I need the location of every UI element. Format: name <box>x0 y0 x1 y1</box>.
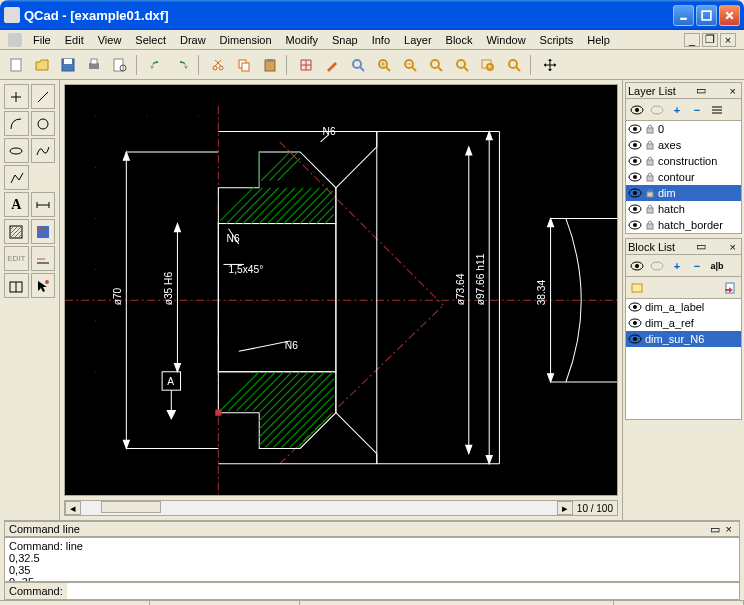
svg-point-40 <box>509 60 517 68</box>
layer-hidden-all-icon[interactable] <box>648 101 666 119</box>
layer-list[interactable]: 0axesconstructioncontourdimhatchhatch_bo… <box>626 121 741 233</box>
close-button[interactable] <box>719 5 740 26</box>
new-button[interactable] <box>4 53 28 77</box>
tool-dimension[interactable] <box>31 192 56 217</box>
minimize-button[interactable] <box>673 5 694 26</box>
print-button[interactable] <box>82 53 106 77</box>
tool-ellipse[interactable] <box>4 138 29 163</box>
block-item[interactable]: dim_a_ref <box>626 315 741 331</box>
layer-item[interactable]: hatch <box>626 201 741 217</box>
zoom-auto-button[interactable] <box>424 53 448 77</box>
block-rename-button[interactable]: a|b <box>708 257 726 275</box>
layer-item[interactable]: 0 <box>626 121 741 137</box>
layer-add-button[interactable]: + <box>668 101 686 119</box>
menu-block[interactable]: Block <box>439 32 480 48</box>
block-panel-close-button[interactable]: × <box>727 241 739 253</box>
menu-view[interactable]: View <box>91 32 129 48</box>
tool-point[interactable] <box>4 84 29 109</box>
tool-circle[interactable] <box>31 111 56 136</box>
tool-select[interactable] <box>31 273 56 298</box>
zoom-out-button[interactable] <box>398 53 422 77</box>
menu-scripts[interactable]: Scripts <box>533 32 581 48</box>
svg-line-26 <box>360 67 364 71</box>
menu-edit[interactable]: Edit <box>58 32 91 48</box>
drawing-canvas[interactable]: ø70 ø35 H6 1,5x45° ø73.64 ø97.66 h11 38.… <box>64 84 618 496</box>
zoom-previous-button[interactable] <box>450 53 474 77</box>
menu-modify[interactable]: Modify <box>279 32 325 48</box>
svg-line-32 <box>412 67 416 71</box>
scroll-thumb[interactable] <box>101 501 161 513</box>
tool-polyline[interactable] <box>4 165 29 190</box>
svg-line-131 <box>259 372 333 446</box>
command-panel-dock-icon[interactable]: ▭ <box>707 523 723 536</box>
block-hidden-all-icon[interactable] <box>648 257 666 275</box>
zoom-window-button[interactable] <box>476 53 500 77</box>
zoom-pan-button[interactable] <box>502 53 526 77</box>
menu-window[interactable]: Window <box>479 32 532 48</box>
layer-item[interactable]: hatch_border <box>626 217 741 233</box>
block-add-button[interactable]: + <box>668 257 686 275</box>
tool-spline[interactable] <box>31 138 56 163</box>
scroll-right-button[interactable]: ▸ <box>557 501 573 515</box>
tool-image[interactable] <box>31 219 56 244</box>
block-insert-button[interactable] <box>721 279 739 297</box>
block-item-label: dim_sur_N6 <box>645 333 704 345</box>
layer-visible-all-icon[interactable] <box>628 101 646 119</box>
menu-snap[interactable]: Snap <box>325 32 365 48</box>
block-list[interactable]: dim_a_labeldim_a_refdim_sur_N6 <box>626 299 741 419</box>
cut-button[interactable] <box>206 53 230 77</box>
tool-line[interactable] <box>31 84 56 109</box>
move-button[interactable] <box>538 53 562 77</box>
mdi-minimize-button[interactable]: _ <box>684 33 700 47</box>
block-visible-all-icon[interactable] <box>628 257 646 275</box>
menu-draw[interactable]: Draw <box>173 32 213 48</box>
open-button[interactable] <box>30 53 54 77</box>
svg-point-71 <box>95 269 96 270</box>
menu-select[interactable]: Select <box>128 32 173 48</box>
layer-item-label: hatch <box>658 203 685 215</box>
block-edit-button[interactable] <box>628 279 646 297</box>
layer-panel-close-button[interactable]: × <box>727 85 739 97</box>
paste-button[interactable] <box>258 53 282 77</box>
scroll-left-button[interactable]: ◂ <box>65 501 81 515</box>
layer-item[interactable]: dim <box>626 185 741 201</box>
copy-button[interactable] <box>232 53 256 77</box>
block-item[interactable]: dim_sur_N6 <box>626 331 741 347</box>
draft-button[interactable] <box>320 53 344 77</box>
zoom-redraw-button[interactable] <box>346 53 370 77</box>
tool-arc[interactable] <box>4 111 29 136</box>
layer-panel-dock-icon[interactable]: ▭ <box>693 84 709 97</box>
layer-edit-button[interactable] <box>708 101 726 119</box>
block-item[interactable]: dim_a_label <box>626 299 741 315</box>
layer-item[interactable]: axes <box>626 137 741 153</box>
svg-rect-137 <box>215 410 221 416</box>
menu-dimension[interactable]: Dimension <box>213 32 279 48</box>
menu-info[interactable]: Info <box>365 32 397 48</box>
maximize-button[interactable] <box>696 5 717 26</box>
redo-button[interactable] <box>170 53 194 77</box>
block-remove-button[interactable]: − <box>688 257 706 275</box>
mdi-restore-button[interactable]: ❐ <box>702 33 718 47</box>
menu-layer[interactable]: Layer <box>397 32 439 48</box>
layer-remove-button[interactable]: − <box>688 101 706 119</box>
mdi-close-button[interactable]: × <box>720 33 736 47</box>
layer-item[interactable]: construction <box>626 153 741 169</box>
tool-modify[interactable] <box>31 246 56 271</box>
scroll-track[interactable] <box>81 501 557 515</box>
tool-info[interactable] <box>4 273 29 298</box>
save-button[interactable] <box>56 53 80 77</box>
mdi-controls: _ ❐ × <box>684 33 736 47</box>
tool-text[interactable]: A <box>4 192 29 217</box>
tool-hatch[interactable] <box>4 219 29 244</box>
command-input[interactable] <box>67 583 739 599</box>
menu-file[interactable]: File <box>26 32 58 48</box>
menu-help[interactable]: Help <box>580 32 617 48</box>
zoom-in-button[interactable] <box>372 53 396 77</box>
print-preview-button[interactable] <box>108 53 132 77</box>
block-panel-dock-icon[interactable]: ▭ <box>693 240 709 253</box>
grid-button[interactable] <box>294 53 318 77</box>
command-panel-close-button[interactable]: × <box>723 523 735 535</box>
undo-button[interactable] <box>144 53 168 77</box>
horizontal-scrollbar[interactable]: ◂ ▸ 10 / 100 <box>64 500 618 516</box>
layer-item[interactable]: contour <box>626 169 741 185</box>
